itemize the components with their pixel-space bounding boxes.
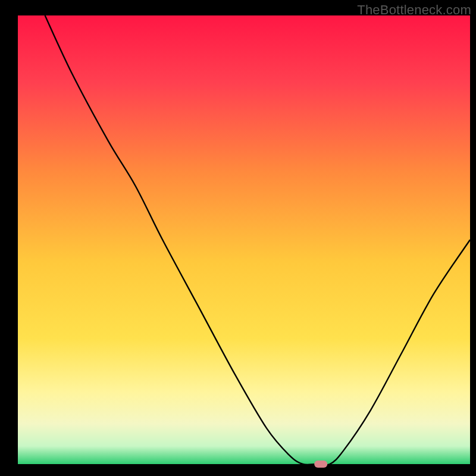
watermark-text: TheBottleneck.com [357,2,471,18]
gradient-background [18,15,470,464]
optimal-marker [314,461,327,468]
chart-root: TheBottleneck.com [0,0,476,476]
chart-svg [0,0,476,476]
